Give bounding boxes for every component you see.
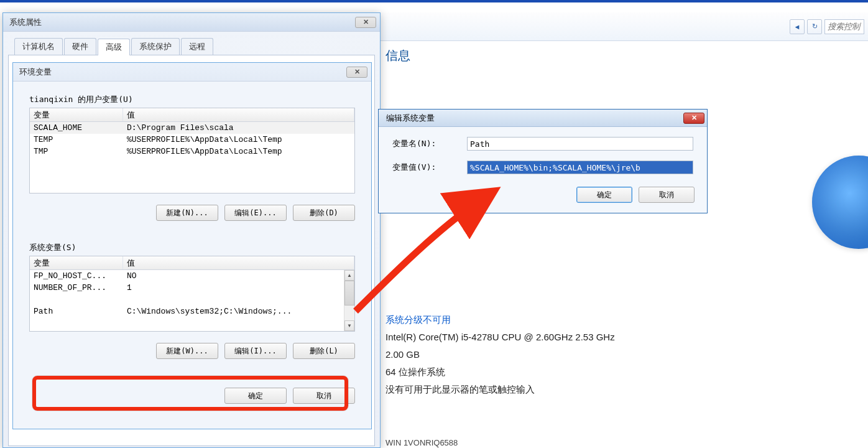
nav-refresh-button[interactable]: ↻ bbox=[807, 19, 822, 34]
edit-system-variable-dialog: 编辑系统变量 ✕ 变量名(N): 变量值(V): 确定 取消 bbox=[378, 109, 708, 213]
close-icon: ✕ bbox=[363, 18, 369, 26]
list-item[interactable]: SCALA_HOME D:\Program Files\scala bbox=[30, 122, 354, 134]
editvar-titlebar[interactable]: 编辑系统变量 ✕ bbox=[379, 110, 707, 127]
nav-back-button[interactable]: ◄ bbox=[790, 19, 805, 34]
new-system-var-button[interactable]: 新建(W)... bbox=[156, 343, 218, 359]
col-value[interactable]: 值 bbox=[123, 256, 354, 269]
cancel-button[interactable]: 取消 bbox=[639, 187, 695, 203]
col-value[interactable]: 值 bbox=[123, 108, 354, 121]
user-vars-label: tianqixin 的用户变量(U) bbox=[29, 91, 355, 108]
col-variable[interactable]: 变量 bbox=[30, 256, 123, 269]
envvars-titlebar[interactable]: 环境变量 ✕ bbox=[13, 63, 371, 82]
tab-remote[interactable]: 远程 bbox=[181, 38, 213, 55]
list-header[interactable]: 变量 值 bbox=[30, 256, 354, 270]
tab-hardware[interactable]: 硬件 bbox=[64, 38, 96, 55]
close-button[interactable]: ✕ bbox=[355, 17, 376, 28]
pen-touch-info: 没有可用于此显示器的笔或触控输入 bbox=[386, 381, 615, 398]
os-type: 64 位操作系统 bbox=[386, 363, 615, 381]
new-user-var-button[interactable]: 新建(N)... bbox=[156, 205, 218, 221]
system-vars-label: 系统变量(S) bbox=[29, 240, 355, 256]
explorer-header: ◄ ↻ bbox=[381, 12, 868, 41]
tab-computer-name[interactable]: 计算机名 bbox=[14, 38, 63, 55]
ok-button[interactable]: 确定 bbox=[224, 388, 287, 404]
list-item[interactable]: FP_NO_HOST_C... NO bbox=[30, 270, 354, 282]
scroll-down-icon[interactable]: ▼ bbox=[344, 320, 354, 331]
environment-variables-dialog: 环境变量 ✕ tianqixin 的用户变量(U) 变量 值 SCALA_HOM… bbox=[12, 62, 372, 429]
windows-logo bbox=[812, 156, 868, 249]
ram-info: 2.00 GB bbox=[386, 346, 615, 363]
page-heading: 信息 bbox=[386, 47, 410, 64]
cancel-button[interactable]: 取消 bbox=[293, 388, 355, 404]
editvar-title: 编辑系统变量 bbox=[386, 113, 435, 124]
close-icon: ✕ bbox=[691, 114, 697, 122]
var-value-input[interactable] bbox=[467, 161, 693, 174]
window-frame-top bbox=[0, 0, 868, 2]
var-name-input[interactable] bbox=[467, 137, 693, 151]
close-icon: ✕ bbox=[354, 68, 360, 76]
scrollbar[interactable]: ▲ ▼ bbox=[344, 270, 354, 331]
edit-system-var-button[interactable]: 编辑(I)... bbox=[224, 343, 287, 359]
list-item[interactable]: TEMP %USERPROFILE%\AppData\Local\Temp bbox=[30, 134, 354, 146]
delete-user-var-button[interactable]: 删除(D) bbox=[293, 205, 355, 221]
delete-system-var-button[interactable]: 删除(L) bbox=[293, 343, 355, 359]
search-input[interactable] bbox=[824, 19, 864, 34]
col-variable[interactable]: 变量 bbox=[30, 108, 123, 121]
system-info-panel: ◄ ↻ 信息 系统分级不可用 Intel(R) Core(TM) i5-4278… bbox=[381, 12, 868, 448]
sysprops-titlebar[interactable]: 系统属性 ✕ bbox=[3, 13, 380, 32]
edit-user-var-button[interactable]: 编辑(E)... bbox=[224, 205, 287, 221]
scroll-thumb[interactable] bbox=[344, 281, 354, 306]
sysprops-tabs: 计算机名 硬件 高级 系统保护 远程 bbox=[8, 34, 375, 55]
system-vars-list[interactable]: 变量 值 FP_NO_HOST_C... NO NUMBER_OF_PR... … bbox=[29, 256, 355, 332]
footer-comp-value: WIN 1VONRIQ6588 bbox=[386, 438, 458, 447]
ok-button[interactable]: 确定 bbox=[576, 187, 632, 203]
close-button[interactable]: ✕ bbox=[346, 67, 367, 78]
system-rating-link[interactable]: 系统分级不可用 bbox=[386, 311, 615, 329]
scroll-up-icon[interactable]: ▲ bbox=[344, 270, 354, 281]
var-name-label: 变量名(N): bbox=[392, 138, 467, 149]
tab-advanced[interactable]: 高级 bbox=[98, 39, 130, 55]
system-info-body: 系统分级不可用 Intel(R) Core(TM) i5-4278U CPU @… bbox=[386, 311, 615, 398]
list-item[interactable] bbox=[30, 294, 354, 306]
list-header[interactable]: 变量 值 bbox=[30, 108, 354, 122]
close-button[interactable]: ✕ bbox=[683, 113, 704, 124]
list-item[interactable]: NUMBER_OF_PR... 1 bbox=[30, 282, 354, 294]
tab-system-protection[interactable]: 系统保护 bbox=[131, 38, 180, 55]
sysprops-title: 系统属性 bbox=[9, 17, 42, 28]
cpu-info: Intel(R) Core(TM) i5-4278U CPU @ 2.60GHz… bbox=[386, 329, 615, 346]
user-vars-list[interactable]: 变量 值 SCALA_HOME D:\Program Files\scala T… bbox=[29, 108, 355, 194]
list-item-path[interactable]: Path C:\Windows\system32;C:\Windows;... bbox=[30, 306, 354, 317]
list-item[interactable]: TMP %USERPROFILE%\AppData\Local\Temp bbox=[30, 146, 354, 157]
var-value-label: 变量值(V): bbox=[392, 162, 467, 173]
envvars-title: 环境变量 bbox=[19, 67, 52, 78]
